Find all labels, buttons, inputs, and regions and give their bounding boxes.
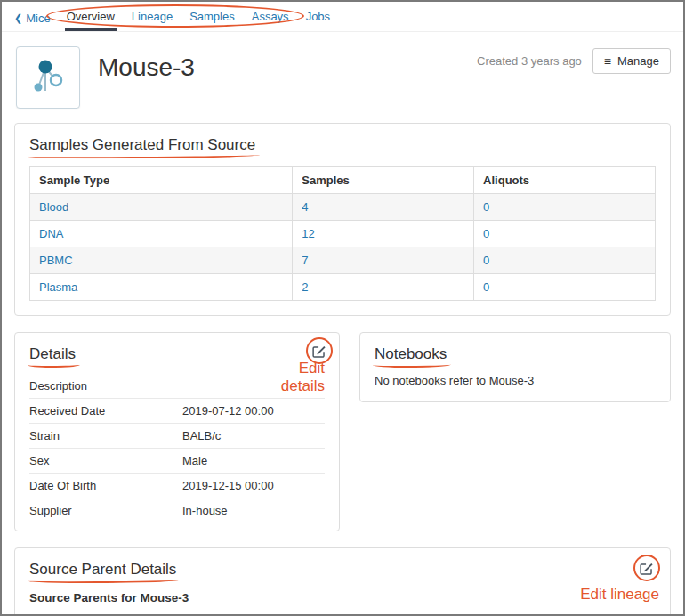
detail-label: Received Date [29, 404, 182, 417]
table-header-row: Sample Type Samples Aliquots [30, 167, 656, 194]
detail-row: Supplier In-house [29, 498, 325, 523]
annotation-edit-details: Edit details [270, 360, 325, 396]
edit-lineage-icon-button[interactable] [639, 561, 654, 576]
details-table: Description Received Date 2019-07-12 00:… [29, 374, 325, 523]
source-parents-subtitle: Source Parents for Mouse-3 [29, 591, 656, 604]
sample-type-link[interactable]: Plasma [39, 280, 77, 294]
pencil-square-icon [639, 561, 654, 576]
samples-count-link[interactable]: 7 [302, 254, 308, 267]
lineage-graph-icon [28, 57, 68, 98]
tab-overview[interactable]: Overview [65, 2, 117, 31]
detail-label: Supplier [29, 504, 182, 517]
pencil-square-icon [311, 344, 326, 359]
table-row: PBMC 7 0 [30, 247, 656, 274]
details-panel: Details Edit details Description Receive… [14, 332, 340, 531]
column-header-sample-type: Sample Type [30, 167, 293, 194]
sample-type-link[interactable]: PBMC [39, 254, 73, 267]
manage-button[interactable]: ≡ Manage [592, 48, 671, 74]
source-parent-details-panel: Source Parent Details Edit lineage Sourc… [14, 547, 671, 616]
aliquots-count-link[interactable]: 0 [483, 200, 489, 214]
samples-panel-title: Samples Generated From Source [29, 136, 255, 154]
tab-lineage[interactable]: Lineage [130, 2, 174, 31]
detail-value: 2019-12-15 00:00 [182, 479, 325, 492]
table-row: DNA 12 0 [30, 221, 656, 247]
aliquots-count-link[interactable]: 0 [483, 280, 489, 294]
header: Mouse-3 Created 3 years ago ≡ Manage [2, 32, 683, 123]
source-type-icon [16, 46, 80, 109]
samples-count-link[interactable]: 12 [302, 227, 314, 240]
detail-row: Strain BALB/c [29, 424, 325, 449]
source-panel-title: Source Parent Details [29, 561, 176, 579]
hamburger-icon: ≡ [604, 55, 611, 68]
header-right: Created 3 years ago ≡ Manage [477, 48, 671, 74]
edit-details-icon-button[interactable] [311, 344, 326, 359]
detail-label: Sex [29, 454, 182, 467]
column-header-aliquots: Aliquots [474, 167, 656, 194]
samples-table: Sample Type Samples Aliquots Blood 4 0 D… [29, 166, 656, 301]
samples-count-link[interactable]: 4 [302, 200, 308, 214]
table-row: Plasma 2 0 [30, 274, 656, 301]
detail-row: Received Date 2019-07-12 00:00 [29, 399, 325, 424]
annotation-edit-lineage: Edit lineage [580, 586, 659, 604]
tab-assays[interactable]: Assays [250, 2, 291, 31]
details-panel-title: Details [29, 345, 76, 363]
page: ❮ Mice Overview Lineage Samples Assays J… [0, 0, 685, 616]
detail-value: In-house [182, 504, 325, 517]
detail-value: 2019-07-12 00:00 [182, 404, 325, 417]
back-to-mice-link[interactable]: ❮ Mice [14, 2, 51, 31]
samples-count-link[interactable]: 2 [302, 280, 308, 294]
details-notebooks-row: Details Edit details Description Receive… [14, 332, 671, 531]
aliquots-count-link[interactable]: 0 [483, 254, 489, 267]
tab-jobs[interactable]: Jobs [304, 2, 332, 31]
notebooks-panel-title: Notebooks [375, 345, 447, 363]
back-link-label: Mice [26, 12, 50, 25]
notebooks-empty-message: No notebooks refer to Mouse-3 [375, 374, 656, 387]
detail-value: BALB/c [182, 429, 325, 442]
notebooks-panel: Notebooks No notebooks refer to Mouse-3 [359, 332, 671, 402]
detail-label: Description [29, 379, 182, 393]
column-header-samples: Samples [293, 167, 474, 194]
manage-button-label: Manage [617, 54, 659, 68]
tab-bar: ❮ Mice Overview Lineage Samples Assays J… [2, 2, 683, 32]
aliquots-count-link[interactable]: 0 [483, 227, 489, 240]
table-row: Blood 4 0 [30, 194, 656, 221]
sample-type-link[interactable]: Blood [39, 200, 68, 214]
detail-value: Male [182, 454, 325, 467]
chevron-left-icon: ❮ [14, 12, 22, 24]
detail-label: Date Of Birth [29, 479, 182, 492]
detail-row: Date Of Birth 2019-12-15 00:00 [29, 474, 325, 498]
detail-row: Sex Male [29, 449, 325, 474]
sample-type-link[interactable]: DNA [39, 227, 63, 240]
created-timestamp: Created 3 years ago [477, 54, 582, 68]
samples-generated-panel: Samples Generated From Source Sample Typ… [14, 123, 671, 316]
page-title: Mouse-3 [98, 53, 195, 82]
tab-samples[interactable]: Samples [188, 2, 237, 31]
detail-label: Strain [29, 429, 182, 442]
